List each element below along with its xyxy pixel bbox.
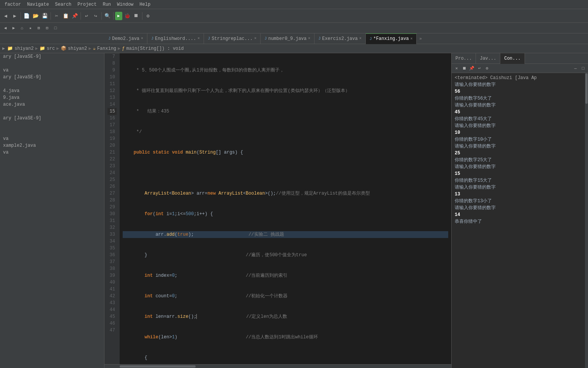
sidebar-item-13[interactable]: xample2.java (0, 142, 104, 149)
bc-shiyan2-1[interactable]: shiyan2 (14, 46, 33, 51)
right-tab-java[interactable]: Jav... (476, 53, 500, 64)
menu-project[interactable]: Project (74, 0, 100, 9)
btn-console-maximize[interactable]: □ (580, 65, 586, 72)
sidebar-item-2[interactable]: va (0, 67, 104, 74)
btn-cut[interactable]: ✂ (52, 12, 61, 20)
bc-fanxing[interactable]: Fanxing (97, 46, 116, 51)
btn-bookmark[interactable]: ★ (27, 24, 34, 32)
sidebar-item-1[interactable] (0, 60, 104, 67)
tab-number09-close[interactable]: × (308, 36, 310, 41)
sidebar-item-6[interactable]: 9.java (0, 94, 104, 101)
line-numbers: 7 8 9 10 11 12 13 14 15 16 17 18 19 20 2… (104, 53, 120, 364)
code-container[interactable]: 7 8 9 10 11 12 13 14 15 16 17 18 19 20 2… (104, 53, 451, 364)
tab-exercis2-label: Exercis2.java (322, 36, 358, 41)
btn-new[interactable]: 📄 (22, 12, 31, 20)
bc-sep3: ▶ (89, 46, 91, 51)
tab-fanxing-close[interactable]: × (410, 37, 413, 41)
menu-factor[interactable]: factor (2, 0, 24, 9)
bc-src[interactable]: src (47, 46, 55, 51)
btn-console-minimize[interactable]: — (572, 65, 579, 72)
tab-exercis2[interactable]: J Exercis2.java × (315, 33, 366, 44)
tab-stringreplace-close[interactable]: × (254, 36, 256, 41)
btn-console-stop[interactable]: ⏹ (461, 65, 468, 72)
btn-expand[interactable]: ⊞ (35, 24, 43, 32)
console-line-prompt-6: 请输入你要猜的数字 (455, 184, 582, 191)
tab-demo2[interactable]: J Demo2.java × (104, 33, 147, 44)
ln-35: 35 (107, 245, 117, 252)
tab-number09[interactable]: J number0_9.java × (261, 33, 315, 44)
sidebar-item-0[interactable]: ary [JavaSE-9] (0, 53, 104, 60)
right-tab-project[interactable]: Pro... (452, 53, 476, 64)
sidebar-item-3[interactable]: ary [JavaSE-9] (0, 74, 104, 81)
menu-navigate[interactable]: Navigate (24, 0, 52, 9)
bc-shiyan2-2[interactable]: shiyan2 (68, 46, 87, 51)
btn-console-clear[interactable]: ✕ (453, 65, 460, 72)
tab-englishword[interactable]: J Englishword.... × (147, 33, 204, 44)
console-line-13: 13 (455, 191, 582, 198)
toolbar-main: ◀ ▶ 📄 📂 💾 ✂ 📋 📌 ↩ ↪ 🔍 ▶ 🐞 ⏹ ⚙ (0, 9, 588, 23)
btn-nav-back[interactable]: ◀ (2, 24, 9, 32)
btn-open[interactable]: 📂 (32, 12, 40, 20)
tab-demo2-close[interactable]: × (141, 36, 143, 41)
btn-console-settings[interactable]: ⚙ (484, 65, 490, 72)
bc-method[interactable]: main(String[]) : void (126, 46, 183, 51)
menu-run[interactable]: Run (100, 0, 114, 9)
ln-44: 44 (107, 306, 117, 313)
ln-19: 19 (107, 135, 117, 142)
btn-run[interactable]: ▶ (115, 12, 122, 20)
code-line-21: { (123, 354, 448, 361)
ln-17: 17 (107, 122, 117, 128)
code-line-10: */ (123, 128, 448, 135)
ln-9: 9 (107, 67, 117, 74)
ln-23: 23 (107, 163, 117, 170)
sidebar-item-5[interactable]: 4.java (0, 87, 104, 94)
btn-console-pin[interactable]: 📌 (468, 65, 475, 72)
sidebar-item-9[interactable]: ary [JavaSE-9] (0, 115, 104, 122)
btn-maximize[interactable]: □ (52, 24, 59, 32)
btn-find[interactable]: 🔍 (103, 12, 112, 20)
console-line-45-resp: 你猜的数字45大了 (455, 116, 582, 122)
menu-window[interactable]: Window (114, 0, 136, 9)
btn-forward[interactable]: ▶ (11, 12, 19, 20)
btn-settings[interactable]: ⚙ (144, 12, 152, 20)
tab-stringreplace[interactable]: J Stringreplac... × (204, 33, 261, 44)
sidebar-item-7[interactable]: ace.java (0, 101, 104, 108)
console-line-prompt-5: 请输入你要猜的数字 (455, 163, 582, 170)
btn-back[interactable]: ◀ (2, 12, 10, 20)
ln-41: 41 (107, 286, 117, 293)
menu-search[interactable]: Search (52, 0, 74, 9)
sidebar-item-10[interactable] (0, 122, 104, 128)
btn-undo[interactable]: ↩ (82, 12, 91, 20)
btn-debug[interactable]: 🐞 (123, 12, 131, 20)
menu-help[interactable]: Help (136, 0, 153, 9)
btn-collapse[interactable]: ⊟ (43, 24, 51, 32)
sidebar-item-14[interactable]: va (0, 149, 104, 156)
btn-stop[interactable]: ⏹ (132, 12, 141, 20)
console-line-prompt-7: 请输入你要猜的数字 (455, 205, 582, 211)
menu-bar: factor Navigate Search Project Run Windo… (0, 0, 588, 9)
code-line-19: int len=arr.size(); //定义len为总人数 (123, 313, 448, 320)
sidebar-item-4[interactable] (0, 81, 104, 87)
tab-englishword-close[interactable]: × (198, 36, 200, 41)
btn-more-tabs[interactable]: » (417, 35, 424, 43)
btn-home[interactable]: ⌂ (18, 24, 26, 32)
btn-paste[interactable]: 📌 (71, 12, 79, 20)
right-scrollbar-thumb[interactable] (585, 73, 588, 104)
btn-nav-fwd[interactable]: ▶ (10, 24, 17, 32)
code-content[interactable]: * 5、500个人围成一个圈,从1开始报数，每数到3的倍数的人离开圈子， * 循… (120, 53, 451, 364)
btn-copy[interactable]: 📋 (62, 12, 70, 20)
btn-save[interactable]: 💾 (41, 12, 49, 20)
sidebar-item-8[interactable] (0, 108, 104, 115)
console-line-prompt-2: 请输入你要猜的数字 (455, 102, 582, 109)
scrollbar-thumb[interactable] (120, 365, 196, 368)
sidebar-item-11[interactable] (0, 128, 104, 135)
console-line-prompt-3: 请输入你要猜的数字 (455, 122, 582, 129)
btn-console-wrap[interactable]: ↩ (476, 65, 483, 72)
tab-exercis2-close[interactable]: × (359, 36, 362, 41)
right-scrollbar[interactable] (585, 73, 588, 368)
right-tab-console[interactable]: Con... (500, 53, 525, 64)
sidebar-item-12[interactable]: va (0, 135, 104, 142)
btn-redo[interactable]: ↪ (92, 12, 100, 20)
horizontal-scrollbar[interactable] (104, 364, 451, 368)
tab-fanxing[interactable]: J *Fanxing.java × (366, 33, 417, 44)
